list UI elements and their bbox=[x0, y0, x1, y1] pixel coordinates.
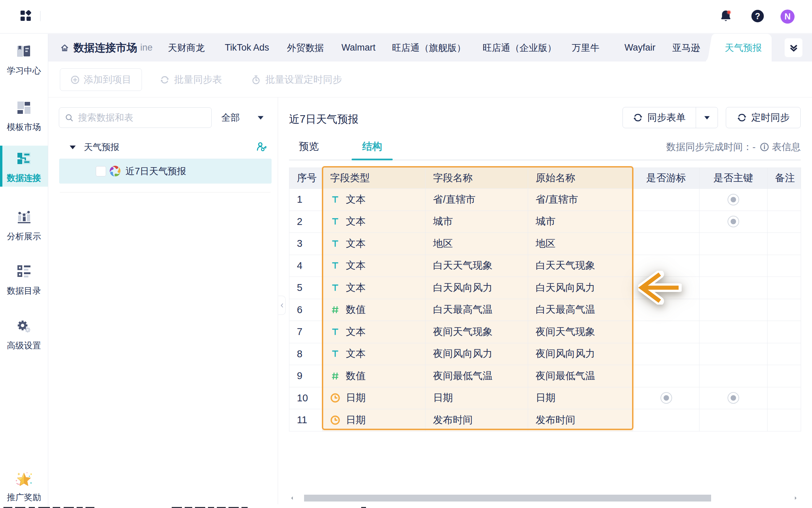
tree-expander-icon[interactable] bbox=[68, 143, 77, 152]
cell-field-type: 日期 bbox=[323, 387, 425, 410]
auth-key-user-icon[interactable] bbox=[257, 142, 267, 152]
cell-remark bbox=[768, 233, 801, 255]
scrollbar-thumb[interactable] bbox=[304, 495, 711, 502]
cell-primary bbox=[699, 233, 768, 255]
double-chevron-down-icon bbox=[788, 42, 799, 53]
search-box bbox=[59, 107, 212, 128]
chevron-left-icon bbox=[279, 303, 285, 308]
table-row-8: 8文本夜间风向风力夜间风向风力 bbox=[289, 343, 801, 365]
date-type-icon bbox=[330, 393, 340, 403]
connection-tab-2[interactable]: 天财商龙 bbox=[168, 34, 205, 62]
text-type-icon bbox=[330, 283, 340, 293]
cell-cursor bbox=[633, 233, 699, 255]
plus-circle-icon bbox=[70, 75, 80, 84]
home-icon bbox=[60, 43, 69, 53]
cell-no: 10 bbox=[289, 387, 323, 410]
connection-tab-8[interactable]: 万里牛 bbox=[572, 34, 600, 62]
help-icon[interactable]: ? bbox=[751, 10, 764, 23]
cell-field-name: 夜间风向风力 bbox=[425, 343, 528, 365]
tab-preview[interactable]: 预览 bbox=[299, 140, 319, 153]
data-catalog-list-icon bbox=[0, 265, 48, 278]
search-input[interactable] bbox=[78, 112, 201, 123]
sidebar-item-1[interactable]: 学习中心 bbox=[0, 38, 48, 79]
sidebar-item-6[interactable]: 高级设置 bbox=[0, 313, 48, 354]
tab-structure[interactable]: 结构 bbox=[362, 140, 382, 153]
text-type-icon bbox=[330, 216, 340, 227]
table-row-6: 6数值白天最高气温白天最高气温 bbox=[289, 299, 801, 321]
cell-primary bbox=[699, 387, 768, 410]
scroll-left-arrow[interactable] bbox=[289, 494, 295, 502]
sidebar-item-5[interactable]: 数据目录 bbox=[0, 258, 48, 299]
connection-tab-3[interactable]: TikTok Ads bbox=[225, 34, 269, 62]
tree-node-weather[interactable]: 天气预报 bbox=[68, 137, 270, 157]
promotion-reward-star-icon bbox=[0, 472, 48, 484]
connection-tab-9[interactable]: Wayfair bbox=[625, 34, 656, 62]
scroll-right-arrow[interactable] bbox=[793, 494, 799, 502]
dataset-tree-panel: 全部 天气预报 近7日天气预报 bbox=[48, 97, 278, 508]
batch-sync-button[interactable]: 批量同步表 bbox=[160, 68, 222, 91]
cell-cursor bbox=[633, 255, 699, 277]
scrollbar-track[interactable] bbox=[295, 494, 793, 502]
filter-dropdown[interactable]: 全部 bbox=[216, 107, 270, 128]
tree-leaf-weather7d[interactable]: 近7日天气预报 bbox=[59, 159, 272, 184]
sidebar-item-7[interactable]: 推广奖励 bbox=[0, 465, 48, 506]
cell-origin-name: 省/直辖市 bbox=[528, 189, 633, 211]
cell-cursor bbox=[633, 321, 699, 343]
batch-schedule-button[interactable]: 批量设置定时同步 bbox=[251, 68, 342, 91]
connection-tab-4[interactable]: 外贸数据 bbox=[287, 34, 324, 62]
table-info-button[interactable]: 表信息 bbox=[760, 141, 801, 153]
cell-no: 11 bbox=[289, 409, 323, 431]
cell-cursor bbox=[633, 343, 699, 365]
sidebar-item-label: 模板市场 bbox=[0, 121, 48, 133]
primary-key-radio[interactable] bbox=[728, 392, 739, 404]
sidebar-item-label: 高级设置 bbox=[0, 340, 48, 351]
cell-field-type: 文本 bbox=[323, 189, 425, 211]
number-type-icon bbox=[330, 371, 340, 381]
user-avatar[interactable]: N bbox=[781, 10, 795, 24]
connection-tab-7[interactable]: 旺店通（企业版） bbox=[483, 34, 556, 62]
caret-down-icon bbox=[703, 113, 711, 122]
sidebar-item-2[interactable]: 模板市场 bbox=[0, 95, 48, 136]
cell-cursor bbox=[633, 189, 699, 211]
clipped-bottom-banner bbox=[0, 505, 812, 508]
horizontal-scrollbar[interactable] bbox=[289, 494, 799, 503]
detail-tabs: 预览 结构 数据同步完成时间：- 表信息 bbox=[289, 138, 801, 160]
learning-center-books-icon bbox=[0, 45, 48, 57]
cell-remark bbox=[768, 211, 801, 233]
schedule-sync-button[interactable]: 定时同步 bbox=[726, 107, 801, 128]
connection-tab-5[interactable]: Walmart bbox=[341, 34, 376, 62]
cell-primary bbox=[699, 255, 768, 277]
primary-key-radio[interactable] bbox=[728, 216, 739, 227]
cell-primary bbox=[699, 211, 768, 233]
more-tabs-button[interactable] bbox=[785, 38, 802, 57]
cursor-radio[interactable] bbox=[660, 392, 672, 404]
cell-field-name: 地区 bbox=[425, 233, 528, 255]
checkbox[interactable] bbox=[96, 166, 106, 176]
table-row-3: 3文本地区地区 bbox=[289, 233, 801, 255]
breadcrumb[interactable]: 数据连接市场 bbox=[60, 34, 137, 62]
connection-tab-10[interactable]: 亚马逊 bbox=[672, 34, 700, 62]
column-header-3: 字段名称 bbox=[425, 168, 528, 189]
collapse-panel-handle[interactable] bbox=[278, 296, 286, 315]
connection-tab-1[interactable]: ine bbox=[140, 34, 153, 62]
app-logo-icon[interactable] bbox=[20, 10, 31, 21]
sync-form-button[interactable]: 同步表单 bbox=[623, 107, 696, 128]
date-type-icon bbox=[330, 415, 340, 425]
notification-bell-icon[interactable] bbox=[718, 8, 734, 24]
sidebar-item-4[interactable]: 分析展示 bbox=[0, 204, 48, 245]
sidebar-item-3[interactable]: 数据连接 bbox=[0, 146, 48, 187]
table-header-row: 序号字段类型字段名称原始名称是否游标是否主键备注 bbox=[289, 168, 801, 189]
caret-down-icon bbox=[256, 113, 265, 122]
column-header-1: 序号 bbox=[289, 168, 323, 189]
primary-key-radio[interactable] bbox=[728, 194, 739, 205]
cell-cursor bbox=[633, 409, 699, 431]
cell-remark bbox=[768, 409, 801, 431]
cell-primary bbox=[699, 299, 768, 321]
text-type-icon bbox=[330, 239, 340, 249]
tab-weather-forecast-active[interactable]: 天气预报 bbox=[720, 34, 772, 62]
info-icon bbox=[760, 142, 769, 152]
add-to-project-button[interactable]: 添加到项目 bbox=[60, 68, 142, 91]
sync-form-dropdown-button[interactable] bbox=[696, 107, 718, 128]
connection-tab-6[interactable]: 旺店通（旗舰版） bbox=[392, 34, 466, 62]
table-row-7: 7文本夜间天气现象夜间天气现象 bbox=[289, 321, 801, 343]
